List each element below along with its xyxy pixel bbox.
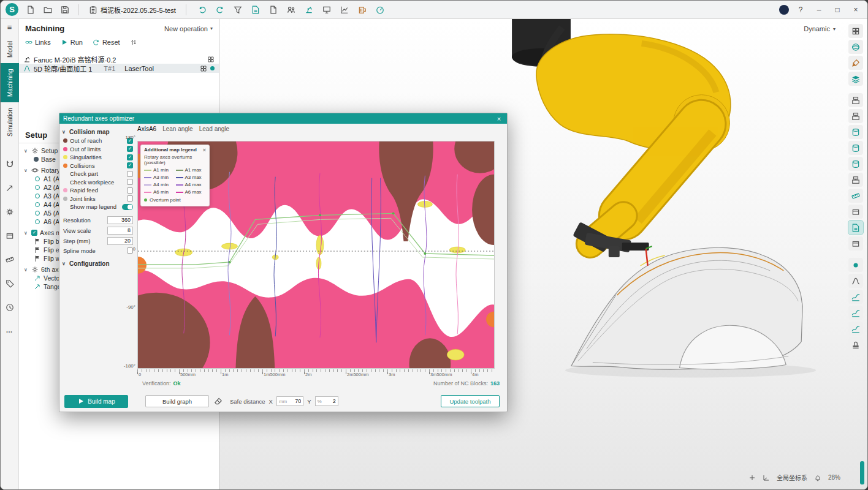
dialog-titlebar[interactable]: Redundant axes optimizer × [59, 113, 507, 124]
build-map-button[interactable]: Build map [64, 395, 128, 408]
build-graph-button[interactable]: Build graph [145, 395, 209, 407]
new-operation-dropdown[interactable]: New operation ▾ [164, 25, 213, 32]
surface-2-button[interactable] [848, 306, 863, 320]
layer-row-joint-links[interactable]: Joint links [59, 195, 137, 203]
sort-button[interactable] [130, 39, 137, 46]
chevron-down-icon[interactable]: ∨ [24, 267, 29, 273]
safe-distance-x-input[interactable] [289, 398, 301, 404]
layer-row-out-of-limits[interactable]: Out of limits✓ [59, 145, 137, 154]
tab-machining[interactable]: Machining [1, 63, 19, 102]
maximize-button[interactable]: □ [831, 3, 844, 17]
stock-cylinder-1-button[interactable] [848, 125, 863, 139]
update-toolpath-button[interactable]: Update toolpath [441, 395, 500, 407]
render-mode-button[interactable] [848, 72, 863, 86]
configuration-section[interactable]: ∨Configuration [59, 259, 137, 268]
more-tools-button[interactable]: ••• [1, 323, 19, 339]
tags-button[interactable] [1, 276, 19, 292]
measure-button[interactable] [1, 252, 19, 268]
machine-2-button[interactable] [848, 109, 863, 123]
machine-3-button[interactable] [848, 173, 863, 187]
chevron-down-icon[interactable]: ∨ [24, 230, 29, 236]
statistics-button[interactable] [337, 3, 352, 17]
dialog-close-button[interactable]: × [495, 115, 503, 123]
tree-row-operation[interactable]: 5D 轮廓/曲面加工 1 T#1 LaserTool [19, 64, 219, 73]
additional-map-legend[interactable]: Additional map legend × Rotary axes over… [140, 145, 210, 206]
collaboration-button[interactable] [284, 3, 299, 17]
document-lines-button[interactable] [266, 3, 281, 17]
minimize-button[interactable]: – [812, 3, 826, 17]
nc-program-button[interactable] [248, 3, 263, 17]
resolution-input[interactable] [107, 216, 133, 224]
safe-distance-y-field[interactable]: % [315, 396, 338, 406]
step-input[interactable] [107, 237, 133, 245]
zoom-slider[interactable] [860, 461, 864, 484]
layer-checkbox[interactable] [127, 187, 133, 194]
machine-1-button[interactable] [848, 93, 863, 107]
links-button[interactable]: Links [25, 39, 51, 46]
archive-button[interactable] [1, 228, 19, 244]
layer-checkbox[interactable] [127, 171, 133, 177]
safe-distance-x-field[interactable]: mm [276, 396, 303, 406]
view-mode-dropdown[interactable]: Dynamic ▾ [804, 25, 836, 32]
document-tab[interactable]: 档泥板-2022.05.25-5-test [85, 4, 180, 16]
legend-close-icon[interactable]: × [203, 147, 206, 153]
collision-map-plot[interactable]: Additional map legend × Rotary axes over… [137, 141, 495, 369]
probe-tool-button[interactable] [1, 180, 19, 196]
surface-1-button[interactable] [848, 290, 863, 304]
chevron-down-icon[interactable]: ∨ [24, 148, 29, 154]
reset-button[interactable]: Reset [93, 39, 120, 46]
tab-axis-a6[interactable]: AxisA6 [137, 126, 156, 132]
magnet-tool-button[interactable] [1, 156, 19, 172]
spline-button[interactable] [848, 274, 863, 288]
layer-row-check-part[interactable]: Check part [59, 170, 137, 178]
layer-row-collisions[interactable]: Collisions✓ [59, 162, 137, 170]
materials-button[interactable] [355, 3, 370, 17]
layer-checkbox[interactable]: ✓ [127, 154, 133, 160]
surface-3-button[interactable] [848, 322, 863, 336]
row-options-button[interactable] [207, 56, 215, 63]
paint-view-button[interactable] [848, 56, 863, 70]
zoom-in-button[interactable] [748, 474, 756, 481]
simulation-screen-button[interactable] [319, 3, 334, 17]
eraser-button[interactable] [213, 396, 224, 407]
filter-button[interactable] [230, 3, 245, 17]
safe-distance-y-input[interactable] [324, 398, 336, 404]
row-options-button[interactable] [200, 65, 207, 72]
stock-cylinder-2-button[interactable] [848, 141, 863, 155]
layer-checkbox[interactable] [127, 179, 133, 185]
point-button[interactable] [848, 258, 863, 272]
menu-button[interactable]: ≡ [1, 19, 19, 35]
layer-row-rapid-feed[interactable]: Rapid feed [59, 186, 137, 195]
account-avatar[interactable] [779, 5, 789, 15]
tab-simulation[interactable]: Simulation [1, 102, 19, 143]
toolpath-doc-button[interactable] [848, 221, 863, 235]
measure-tool-button[interactable] [848, 189, 863, 203]
sync-button[interactable] [195, 3, 210, 17]
history-button[interactable] [1, 300, 19, 315]
open-file-button[interactable] [40, 3, 55, 17]
show-legend-toggle[interactable] [122, 204, 133, 210]
layer-row-singularities[interactable]: Singularities✓ [59, 153, 137, 162]
stock-cylinder-3-button[interactable] [848, 157, 863, 171]
tab-lead-angle[interactable]: Lead angle [199, 126, 230, 132]
show-map-legend-row[interactable]: Show map legend [59, 203, 137, 211]
view-grid-button[interactable] [848, 24, 863, 38]
layer-row-check-workpiece[interactable]: Check workpiece [59, 178, 137, 187]
layer-checkbox[interactable] [127, 195, 133, 202]
run-button[interactable]: Run [61, 39, 83, 46]
chevron-down-icon[interactable]: ∨ [24, 168, 29, 173]
close-button[interactable]: × [849, 3, 862, 17]
fixture-button[interactable] [848, 236, 863, 251]
stamp-button[interactable] [848, 337, 863, 352]
tab-model[interactable]: Model [1, 35, 19, 63]
help-button[interactable]: ? [794, 3, 807, 17]
view-scale-input[interactable] [107, 227, 133, 235]
regenerate-button[interactable] [213, 3, 227, 17]
robot-setup-button[interactable] [302, 3, 316, 17]
layer-checkbox[interactable]: ✓ [127, 146, 133, 152]
notifications-button[interactable] [814, 474, 821, 481]
shaded-view-button[interactable] [848, 40, 863, 54]
app-logo-icon[interactable]: S [6, 3, 18, 16]
workpiece-box-button[interactable] [848, 205, 863, 219]
checkbox-checked[interactable]: ✓ [31, 230, 37, 236]
